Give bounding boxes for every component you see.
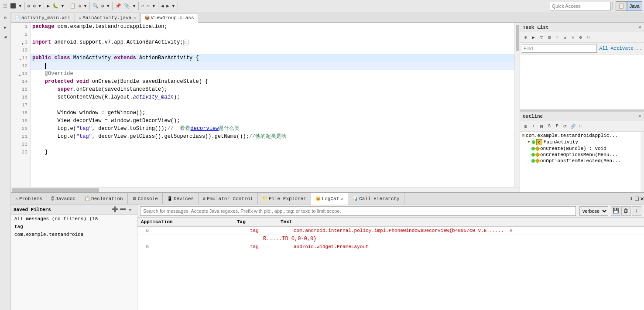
- editor-horizontal-scrollbar[interactable]: [11, 187, 520, 192]
- tab-devices[interactable]: 📱 Devices: [163, 193, 199, 204]
- logcat-filter-all[interactable]: All messages (no filters) (18: [11, 215, 137, 223]
- task-nav-btn[interactable]: ▶: [530, 34, 538, 41]
- task-delete-btn[interactable]: ✕: [569, 34, 577, 41]
- toolbar-btn-15[interactable]: 📎: [123, 3, 131, 9]
- logcat-filter-tag[interactable]: tag: [11, 223, 137, 231]
- outline-item-onoptionsitem[interactable]: onOptionsItemSelected(Men...: [521, 158, 640, 164]
- tab-close-java[interactable]: ✕: [133, 15, 136, 20]
- toolbar-btn-20[interactable]: ◀: [160, 3, 165, 9]
- outline-item-oncreate[interactable]: onCreate(Bundle) : void: [521, 146, 640, 152]
- fold-icon-11[interactable]: ▾: [17, 56, 21, 60]
- tab-javadoc[interactable]: @ Javadoc: [47, 193, 80, 204]
- outline-static-btn[interactable]: S: [545, 123, 553, 130]
- perspective-btn-icon[interactable]: 📋: [616, 1, 627, 11]
- toolbar-btn-7[interactable]: ▼: [60, 3, 65, 9]
- tab-emulator-control[interactable]: ⚙ Emulator Control: [199, 193, 258, 204]
- tab-call-hierarchy[interactable]: 📊 Call Hierarchy: [348, 193, 404, 204]
- task-refresh-btn[interactable]: ↺: [561, 34, 569, 41]
- toolbar-btn-12[interactable]: ⚙: [100, 3, 106, 9]
- outline-fields-btn[interactable]: ▤: [538, 123, 545, 130]
- outline-item-oncreatemenu[interactable]: onCreateOptionsMenu(Menu...: [521, 152, 640, 158]
- toolbar-btn-1[interactable]: ☰: [2, 3, 9, 9]
- sidebar-btn-2[interactable]: ▶: [0, 23, 10, 32]
- toolbar-btn-13[interactable]: ▼: [106, 3, 111, 9]
- toolbar-btn-14[interactable]: 📌: [114, 3, 123, 9]
- perspective-btn-java[interactable]: Java: [627, 1, 642, 11]
- task-filter-btn[interactable]: ▽: [538, 34, 545, 41]
- logcat-search-input[interactable]: [140, 206, 576, 216]
- fold-icon-3[interactable]: ▸: [20, 40, 24, 44]
- tab-file-explorer[interactable]: 📁 File Explorer: [258, 193, 311, 204]
- sidebar-btn-1[interactable]: ⊕: [0, 13, 10, 23]
- toolbar-run[interactable]: ▶: [45, 3, 51, 9]
- outline-sync-btn[interactable]: ⟳: [561, 123, 569, 130]
- task-settings-btn[interactable]: ⚙: [577, 34, 585, 41]
- tab-main-activity-java[interactable]: ☕ MainActivity.java ✕: [75, 13, 140, 22]
- outline-close[interactable]: ✕: [638, 113, 641, 119]
- toolbar-btn-9[interactable]: ⚙: [77, 3, 83, 9]
- editor-scrollbar[interactable]: [514, 23, 520, 192]
- toolbar-btn-22[interactable]: ▼: [171, 3, 176, 9]
- toolbar-btn-6[interactable]: ▼: [37, 3, 43, 9]
- logcat-row-1[interactable]: 6 tag com.android.internal.policy.impl.P…: [137, 227, 644, 235]
- tab-viewgroup-class[interactable]: 📦 ViewGroup.class: [140, 13, 198, 23]
- bottom-panel-maximize[interactable]: □: [635, 195, 638, 202]
- logcat-remove-filter-btn[interactable]: ➖: [119, 206, 127, 214]
- toolbar-btn-19[interactable]: ▼: [151, 3, 157, 9]
- logcat-add-filter-btn[interactable]: ➕: [111, 206, 119, 214]
- editor-scrollbar-thumb[interactable]: [516, 25, 519, 51]
- logcat-scroll-btn[interactable]: ↓: [632, 206, 641, 216]
- task-new-btn[interactable]: ⊕: [522, 34, 530, 41]
- tab-declaration[interactable]: 📋 Declaration: [80, 193, 128, 204]
- quick-access-input[interactable]: [550, 2, 611, 10]
- outline-private-btn[interactable]: P: [553, 123, 561, 130]
- task-find-all-btn[interactable]: All: [599, 46, 608, 51]
- task-list-close[interactable]: ✕: [638, 24, 641, 31]
- toolbar-btn-3[interactable]: ▼: [17, 3, 23, 9]
- task-find-input[interactable]: [522, 44, 597, 53]
- logcat-clear-btn[interactable]: 🗑: [621, 206, 631, 216]
- outline-item-package[interactable]: ⊞ com.example.testandroidapplic...: [521, 133, 640, 139]
- toolbar-btn-18[interactable]: ↪: [145, 3, 151, 9]
- toolbar-btn-5[interactable]: ⚙: [31, 3, 37, 9]
- code-content[interactable]: package com.example.testandroidapplicati…: [31, 23, 514, 192]
- tab-console[interactable]: 🖥 Console: [128, 193, 163, 204]
- outline-sort-btn[interactable]: ↕: [530, 123, 538, 130]
- task-group-btn[interactable]: ⊞: [545, 34, 553, 41]
- tab-logcat-close[interactable]: ✕: [341, 196, 343, 201]
- toolbar-btn-21[interactable]: ▶: [165, 3, 171, 9]
- bottom-panel-close[interactable]: ✕: [641, 195, 644, 202]
- outline-maximize-btn[interactable]: □: [577, 123, 585, 130]
- toolbar-btn-2[interactable]: ⬛: [9, 3, 17, 9]
- logcat-verbose-select[interactable]: verbose debug info warn error: [579, 206, 608, 216]
- sidebar-btn-3[interactable]: ◀: [0, 32, 10, 42]
- toolbar-btn-8[interactable]: 📋: [69, 3, 77, 9]
- toolbar-btn-16[interactable]: ▼: [131, 3, 137, 9]
- editor-h-scrollbar-thumb[interactable]: [12, 188, 99, 192]
- logcat-row-2[interactable]: 6 tag android.widget.FrameLayout: [137, 243, 644, 251]
- task-activate-btn[interactable]: Activate...: [610, 46, 642, 51]
- logcat-filter-app[interactable]: com.example.testandroida: [11, 231, 137, 238]
- outline-scrollbar[interactable]: [641, 132, 644, 192]
- bottom-panel-minimize[interactable]: ⬇: [630, 195, 633, 202]
- code-editor[interactable]: 1 2 ▸ 3 10 ▾ 11 12 ▸ 13: [11, 23, 520, 192]
- tab-activity-main-xml[interactable]: 📄 activity_main.xml: [11, 13, 74, 22]
- toolbar-btn-10[interactable]: ▼: [82, 3, 88, 9]
- logcat-save-btn[interactable]: 💾: [611, 206, 620, 216]
- outline-link-btn[interactable]: 🔗: [569, 123, 577, 130]
- task-sort-btn[interactable]: ↕: [553, 34, 561, 41]
- toolbar-debug[interactable]: 🐛: [51, 3, 60, 9]
- task-maximize-btn[interactable]: □: [585, 34, 593, 41]
- logcat-table[interactable]: Application Tag Text 6 tag com.android.i…: [137, 218, 644, 310]
- outline-collapse-btn[interactable]: ⊞: [522, 123, 530, 130]
- toolbar-btn-11[interactable]: 🔍: [91, 3, 100, 9]
- toolbar-btn-17[interactable]: ↩: [140, 3, 146, 9]
- expand-icon-class[interactable]: ▼: [526, 140, 531, 145]
- toolbar-btn-4[interactable]: ⚙: [26, 3, 32, 9]
- tab-logcat[interactable]: 🐱 LogCat ✕: [311, 193, 349, 204]
- outline-item-class[interactable]: ▼ C MainActivity: [521, 139, 640, 146]
- tab-problems[interactable]: ⚠ Problems: [11, 193, 47, 204]
- fold-icon-13[interactable]: ▸: [17, 72, 21, 76]
- logcat-verbose-dropdown[interactable]: verbose debug info warn error: [579, 206, 608, 216]
- logcat-edit-filter-btn[interactable]: ✏: [127, 206, 134, 214]
